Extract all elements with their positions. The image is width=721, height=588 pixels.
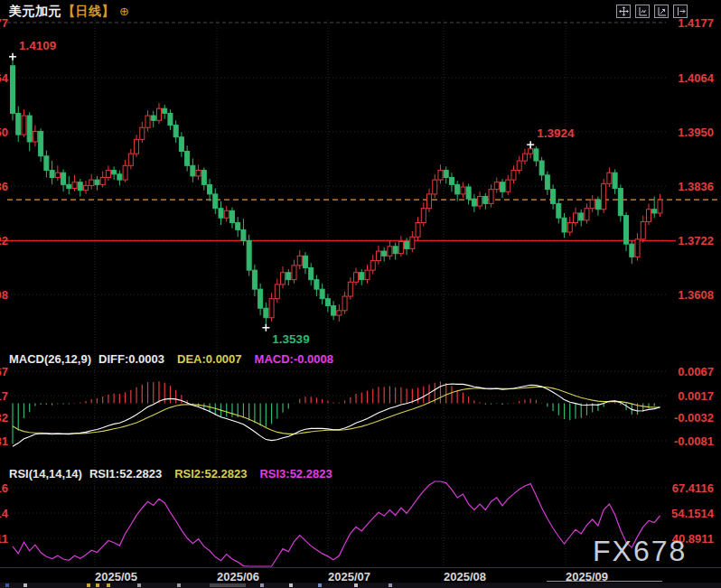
rsi1-value: RSI1:52.2823 — [89, 467, 162, 481]
chart-canvas[interactable]: 1.41091.35391.39241.41771.40641.39501.38… — [0, 0, 721, 588]
clipped-axis-label: 1.3950 — [0, 126, 8, 139]
candlestick-series — [11, 57, 662, 328]
rsi-axis-label: 67.4116 — [651, 481, 714, 495]
axis-scale-icon — [657, 6, 667, 16]
price-annotation: 1.3924 — [527, 126, 575, 148]
macd-axis-label: 0.0067 — [651, 365, 714, 378]
taskbar-fragment — [107, 583, 110, 587]
price-axis-label: 1.4064 — [651, 71, 714, 85]
taskbar-fragment — [137, 583, 141, 587]
move-icon — [619, 6, 629, 16]
macd-axis-label: -0.0032 — [651, 411, 714, 425]
clipped-axis-label: 0.0067 — [0, 365, 8, 378]
taskbar-fragment — [354, 583, 358, 587]
price-annotation: 1.4109 — [9, 39, 56, 61]
date-axis-label: 2025/08 — [444, 570, 486, 583]
date-axis-label: 2025/07 — [328, 570, 370, 583]
watermark: FX678 — [593, 535, 687, 568]
clipped-axis-label: 1.3836 — [0, 180, 8, 193]
taskbar-fragment — [260, 583, 264, 587]
symbol-name: 美元加元 — [9, 4, 61, 18]
date-axis-label: 2025/05 — [95, 570, 137, 583]
macd-dea-value: DEA:0.0007 — [177, 352, 242, 366]
rsi-line — [13, 481, 660, 566]
taskbar-fragment — [5, 583, 9, 587]
diff-line — [13, 384, 660, 446]
taskbar-fragment — [87, 583, 90, 587]
taskbar-fragment — [389, 583, 392, 587]
clipped-axis-label: -0.0081 — [0, 434, 8, 448]
pan-right-icon — [676, 6, 686, 16]
dea-line — [13, 387, 660, 434]
price-axis-label: 1.3608 — [651, 288, 714, 302]
axis-fit-button[interactable] — [635, 5, 650, 18]
date-axis-label: 2025/09 — [566, 570, 608, 583]
move-tool-button[interactable] — [616, 5, 631, 18]
taskbar-fragment — [289, 583, 293, 587]
price-axis-label: 1.3950 — [651, 126, 714, 139]
rsi-axis-label: 54.1514 — [651, 507, 714, 520]
taskbar-fragment — [318, 583, 322, 587]
timeframe-label: 【日线】 — [62, 4, 115, 18]
price-axis-label: 1.3722 — [651, 234, 714, 247]
price-annotation-label: 1.4109 — [19, 39, 56, 52]
expand-icon[interactable]: ⊕ — [119, 5, 129, 18]
clipped-axis-label: 1.4064 — [0, 71, 9, 85]
price-axis-label: 1.4177 — [651, 16, 714, 30]
price-annotation-label: 1.3539 — [272, 332, 309, 346]
rsi3-value: RSI3:52.2823 — [259, 467, 332, 481]
macd-axis-label: -0.0081 — [651, 434, 714, 448]
clipped-axis-label: 1.4177 — [0, 16, 8, 30]
macd-macd-value: MACD:-0.0008 — [255, 352, 333, 366]
taskbar-fragment — [177, 583, 181, 587]
rsi2-value: RSI2:52.2823 — [174, 467, 247, 481]
clipped-axis-label: 1.3608 — [0, 288, 8, 302]
chart-window: 1.41091.35391.39241.41771.40641.39501.38… — [0, 0, 721, 588]
price-axis-label: 1.3836 — [651, 180, 714, 193]
date-axis-label: 2025/06 — [217, 570, 259, 583]
rsi-title: RSI(14,14,14) — [9, 467, 82, 481]
rsi-header: RSI(14,14,14)RSI1:52.2823RSI2:52.2823RSI… — [9, 467, 332, 481]
taskbar-fragment — [23, 583, 27, 587]
clipped-axis-label: 1.3722 — [0, 234, 8, 247]
macd-title: MACD(26,12,9) — [9, 352, 91, 366]
clipped-axis-label: 67.4116 — [0, 481, 8, 495]
taskbar-fragment — [210, 583, 246, 587]
price-annotation-label: 1.3924 — [537, 126, 575, 140]
macd-diff-value: DIFF:0.0003 — [98, 352, 164, 366]
clipped-axis-label: 40.8911 — [0, 532, 8, 546]
clipped-axis-label: -0.0032 — [0, 411, 8, 425]
price-annotation: 1.3539 — [262, 324, 309, 346]
clipped-axis-label: 54.1514 — [0, 507, 9, 520]
taskbar-sliver — [0, 583, 721, 588]
clipped-axis-label: 0.0017 — [0, 389, 8, 403]
macd-header: MACD(26,12,9)DIFF:0.0003DEA:0.0007MACD:-… — [9, 352, 333, 366]
axis-fit-icon — [638, 6, 648, 16]
title-bar: 美元加元【日线】⊕ — [9, 4, 129, 20]
macd-axis-label: 0.0017 — [651, 389, 714, 403]
taskbar-fragment — [96, 583, 99, 587]
